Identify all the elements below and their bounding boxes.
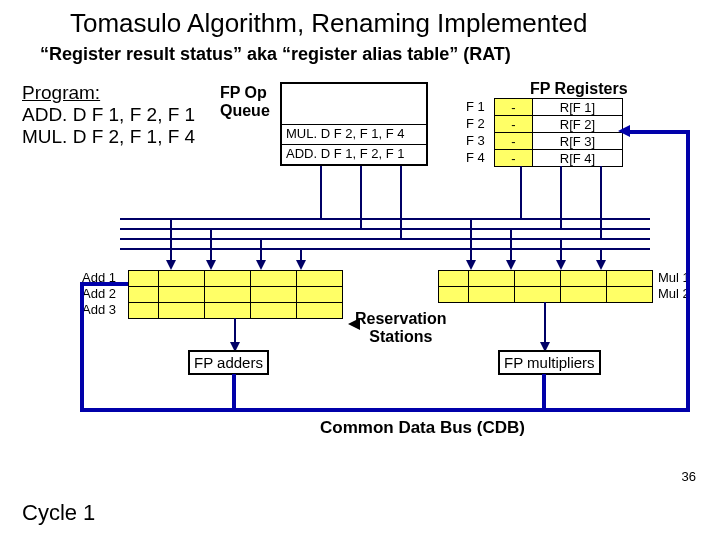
- reservation-stations-label: Reservation Stations: [355, 310, 447, 346]
- program-line: MUL. D F 2, F 1, F 4: [22, 126, 195, 148]
- cdb-bus: [80, 408, 690, 412]
- fp-registers-table: -R[F 1] -R[F 2] -R[F 3] -R[F 4]: [494, 98, 623, 167]
- cycle-label: Cycle 1: [22, 500, 95, 526]
- cdb-label: Common Data Bus (CDB): [320, 418, 525, 438]
- fpop-queue: MUL. D F 2, F 1, F 4 ADD. D F 1, F 2, F …: [280, 82, 428, 166]
- fp-reg-names: F 1 F 2 F 3 F 4: [466, 98, 485, 166]
- arrow-icon: [618, 125, 630, 137]
- slide-subtitle: “Register result status” aka “register a…: [40, 44, 511, 65]
- mul-reservation-stations: [438, 270, 653, 303]
- program-line: ADD. D F 1, F 2, F 1: [22, 104, 195, 126]
- fp-registers-label: FP Registers: [530, 80, 628, 98]
- fp-multipliers-box: FP multipliers: [498, 350, 601, 375]
- arrow-icon: [348, 318, 360, 330]
- fpop-row: ADD. D F 1, F 2, F 1: [282, 144, 426, 164]
- fpop-row: MUL. D F 2, F 1, F 4: [282, 124, 426, 144]
- program-block: Program: ADD. D F 1, F 2, F 1 MUL. D F 2…: [22, 82, 195, 148]
- fpop-queue-label: FP Op Queue: [220, 84, 270, 120]
- program-header: Program:: [22, 82, 195, 104]
- add-reservation-stations: [128, 270, 343, 319]
- page-number: 36: [682, 469, 696, 484]
- slide-title: Tomasulo Algorithm, Renaming Implemented: [70, 8, 587, 39]
- add-rs-labels: Add 1 Add 2 Add 3: [82, 270, 116, 318]
- fp-adders-box: FP adders: [188, 350, 269, 375]
